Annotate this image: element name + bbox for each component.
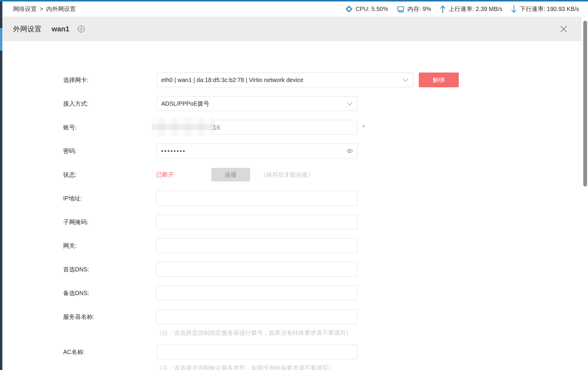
server-name-note: （注：该选择是强制指定服务器进行拨号，如果没有特殊要求请不要填写）	[156, 329, 581, 337]
download-stat: 下行速率: 190.93 KB/s	[511, 5, 579, 14]
memory-stat-label: 内存: 9%	[408, 5, 431, 13]
gateway-row: 网关:	[63, 238, 581, 253]
status-row: 状态: 已断开 连接 （保存后才能连接）	[63, 167, 581, 182]
system-stats: CPU: 5.50% 内存: 9% 上行速率: 2.39 MB/s	[345, 5, 579, 14]
chevron-down-icon	[403, 77, 408, 83]
server-name-label: 服务器名称:	[63, 313, 156, 321]
nic-select[interactable]: eth0 | wan1 | da:18:d5:3c:b2:78 | Virtio…	[156, 73, 413, 87]
gateway-label: 网关:	[63, 242, 156, 250]
ac-name-input[interactable]	[156, 345, 357, 359]
ac-name-note: （注：该选项是强制验证服务类型，如果没有特殊要求请不要填写）	[156, 364, 581, 370]
server-name-input[interactable]	[156, 309, 357, 324]
mask-row: 子网掩码:	[63, 215, 581, 229]
dns1-row: 首选DNS:	[63, 262, 581, 277]
gateway-input[interactable]	[156, 238, 357, 253]
dns1-input[interactable]	[156, 262, 357, 277]
close-icon[interactable]	[559, 25, 568, 33]
breadcrumb-separator: >	[40, 6, 43, 12]
password-row: 密码:	[63, 144, 581, 158]
upload-stat: 上行速率: 2.39 MB/s	[440, 5, 502, 14]
nic-label: 选择网卡:	[63, 76, 156, 84]
access-mode-select[interactable]: ADSL/PPPoE拨号	[156, 96, 357, 111]
dns1-label: 首选DNS:	[63, 266, 156, 274]
status-label: 状态:	[63, 171, 156, 179]
breadcrumb-wan-lan-settings[interactable]: 内外网设置	[46, 5, 76, 13]
panel-header: 外网设置 wan1	[2, 17, 581, 41]
eye-icon[interactable]	[346, 147, 353, 155]
breadcrumb: 网络设置 > 内外网设置	[13, 5, 76, 13]
dns2-row: 备选DNS:	[63, 286, 581, 300]
memory-icon	[397, 5, 405, 13]
server-name-row: 服务器名称:	[63, 309, 581, 324]
download-stat-label: 下行速率: 190.93 KB/s	[520, 5, 579, 13]
nic-select-value: eth0 | wan1 | da:18:d5:3c:b2:78 | Virtio…	[161, 77, 303, 83]
mask-label: 子网掩码:	[63, 218, 156, 226]
upload-stat-label: 上行速率: 2.39 MB/s	[449, 5, 502, 13]
memory-stat: 内存: 9%	[397, 5, 431, 13]
access-mode-row: 接入方式: ADSL/PPPoE拨号	[63, 96, 581, 111]
panel-title: 外网设置	[13, 24, 41, 34]
vertical-scrollbar-thumb[interactable]	[583, 21, 587, 186]
connect-button[interactable]: 连接	[211, 168, 250, 181]
breadcrumb-network-settings[interactable]: 网络设置	[13, 5, 37, 13]
cpu-stat-label: CPU: 5.50%	[356, 6, 388, 12]
ip-row: IP地址:	[63, 191, 581, 206]
mask-input[interactable]	[156, 215, 357, 229]
arrow-down-icon	[511, 5, 517, 14]
dns2-label: 备选DNS:	[63, 289, 156, 297]
ip-label: IP地址:	[63, 194, 156, 202]
account-visible-fragment: 16	[213, 124, 220, 131]
panel-subtitle-wan1: wan1	[52, 25, 69, 33]
password-label: 密码:	[63, 147, 156, 155]
status-value: 已断开	[156, 171, 211, 179]
arrow-up-icon	[440, 5, 446, 14]
sidebar-collapsed-strip[interactable]	[0, 1, 2, 370]
ac-name-row: AC名称:	[63, 345, 581, 359]
wan-settings-form: 选择网卡: eth0 | wan1 | da:18:d5:3c:b2:78 | …	[2, 41, 581, 370]
top-accent-strip	[0, 0, 588, 1]
unbind-button[interactable]: 解绑	[419, 73, 459, 87]
sidebar-active-indicator	[0, 28, 2, 51]
account-label: 账号:	[63, 123, 156, 131]
cpu-stat: CPU: 5.50%	[345, 5, 388, 13]
wan-settings-form-panel: 选择网卡: eth0 | wan1 | da:18:d5:3c:b2:78 | …	[2, 41, 581, 370]
nic-row: 选择网卡: eth0 | wan1 | da:18:d5:3c:b2:78 | …	[63, 73, 581, 87]
redacted-account-value: 16	[152, 117, 215, 137]
cpu-icon	[345, 5, 353, 13]
ac-name-label: AC名称:	[63, 348, 156, 356]
chevron-down-icon	[347, 100, 352, 107]
top-bar: 网络设置 > 内外网设置 CPU: 5.50%	[2, 1, 588, 17]
access-mode-select-value: ADSL/PPPoE拨号	[161, 100, 209, 108]
status-hint: （保存后才能连接）	[260, 171, 314, 179]
ip-input[interactable]	[156, 191, 357, 206]
dns2-input[interactable]	[156, 286, 357, 300]
required-asterisk: *	[362, 123, 365, 131]
account-row: 账号: 16 *	[63, 120, 581, 135]
password-input[interactable]	[156, 144, 357, 158]
access-mode-label: 接入方式:	[63, 100, 156, 108]
circle-plus-icon[interactable]	[77, 25, 85, 33]
